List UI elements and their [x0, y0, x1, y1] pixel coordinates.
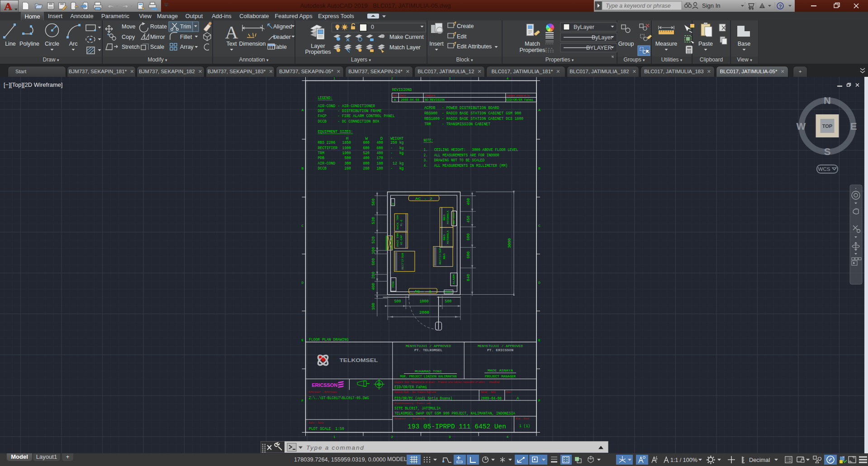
svg-text:Move: Move [122, 24, 136, 30]
svg-text:RBS1800 - RADIO BASE STATION C: RBS1800 - RADIO BASE STATION CABINET DCS… [424, 116, 523, 121]
svg-text:Stretch: Stretch [122, 44, 140, 50]
svg-text:Rev: Rev [393, 94, 398, 97]
svg-text:AC - 1: AC - 1 [414, 289, 432, 293]
svg-text:- kg: - kg [390, 146, 403, 151]
svg-text:Polyline: Polyline [19, 41, 39, 47]
svg-text:FACP - FIRE ALARM CONTROL: FACP - FIRE ALARM CONTROL PANEL [318, 113, 395, 118]
svg-text:MOTOROLA: MOTOROLA [446, 210, 450, 224]
svg-text:500: 500 [394, 299, 401, 304]
svg-text:NOTE:: NOTE: [424, 138, 433, 143]
svg-text:Dokansv/Godk - Doc respons/App: Dokansv/Godk - Doc respons/Approved [394, 391, 436, 394]
svg-text:EQUIPMENT SIZES:: EQUIPMENT SIZES: [318, 129, 353, 134]
svg-text:2009-04-08: 2009-04-08 [401, 98, 419, 102]
svg-text:Mirror: Mirror [150, 34, 165, 40]
svg-text:AIR-COND - AIR-CONDITIONER: AIR-COND - AIR-CONDITIONER [318, 104, 375, 108]
svg-text:EID/OR/EC (Andi Setia Buana): EID/OR/EC (Andi Setia Buana) [394, 396, 452, 401]
svg-text:TRM: TRM [318, 151, 324, 155]
svg-text:A: A [225, 22, 238, 42]
svg-text:Trim: Trim [180, 24, 191, 30]
svg-text:DCCB: DCCB [318, 166, 327, 171]
svg-text:1850: 1850 [342, 140, 351, 145]
svg-text:Checked: Checked [489, 381, 499, 384]
svg-text:Insert: Insert [429, 41, 444, 47]
svg-text:280: 280 [344, 166, 351, 171]
svg-text:RACK TRM: RACK TRM [396, 233, 399, 247]
svg-text:ERICSSON: ERICSSON [312, 382, 337, 388]
svg-text:PLOT SCALE 1:50: PLOT SCALE 1:50 [309, 426, 344, 431]
svg-text:Aligned: Aligned [273, 24, 292, 30]
svg-text:12 kg: 12 kg [390, 161, 403, 166]
svg-text:4: 4 [507, 435, 509, 439]
svg-text:ByLayer: ByLayer [592, 34, 612, 41]
svg-text:ML-E: ML-E [400, 219, 403, 226]
svg-text:RECTIFIER: RECTIFIER [318, 146, 337, 151]
svg-text:600: 600 [466, 251, 471, 259]
svg-text:RECTIFIER: RECTIFIER [439, 248, 442, 264]
svg-text:2. ALL MEASUREMENTS ARE FOR: 2. ALL MEASUREMENTS ARE FOR INDOOR [424, 153, 499, 158]
svg-text:4: 4 [507, 77, 509, 80]
svg-text:Create: Create [457, 23, 474, 29]
svg-text:Dokumentnr. - Document No.: Dokumentnr. - Document No. [394, 417, 426, 420]
svg-text:Match: Match [525, 41, 540, 47]
svg-text:Circle: Circle [45, 41, 59, 47]
svg-text:N: N [824, 95, 831, 106]
svg-text:1000: 1000 [420, 299, 429, 304]
svg-text:PT. TELKOMSEL: PT. TELKOMSEL [414, 348, 443, 352]
svg-text:Sign In: Sign In [702, 2, 720, 9]
svg-text:Leader: Leader [273, 34, 291, 40]
svg-text:RBS900 - RADIO BASE STATION C: RBS900 - RADIO BASE STATION CABINET GSM … [424, 111, 522, 116]
svg-text:Match Layer: Match Layer [389, 44, 421, 51]
svg-text:MENYETUJUI / APPROVED: MENYETUJUI / APPROVED [406, 344, 451, 348]
svg-text:A: A [517, 396, 519, 401]
svg-text:Produktbenämning - Product nam: Produktbenämning - Product name [394, 402, 431, 405]
svg-text:180: 180 [376, 161, 383, 166]
svg-text:REVISIONS: REVISIONS [392, 88, 412, 92]
svg-text:MGR. PROJECT LIAISON KALIMANTA: MGR. PROJECT LIAISON KALIMANTAN [400, 375, 457, 378]
svg-text:3: 3 [449, 435, 451, 439]
svg-text:250 kg: 250 kg [390, 140, 403, 145]
svg-text:HI-CAP: HI-CAP [400, 235, 403, 245]
svg-text:2: 2 [391, 77, 393, 80]
svg-text:D: D [538, 281, 541, 285]
svg-text:500: 500 [344, 155, 351, 160]
svg-text:MUHAMAD TONI: MUHAMAD TONI [415, 369, 442, 373]
svg-text:Z:\..\ST-BLC017\BLC017-05.DWG: Z:\..\ST-BLC017\BLC017-05.DWG [309, 396, 369, 400]
svg-text:400: 400 [376, 151, 383, 155]
svg-text:840: 840 [466, 274, 471, 281]
svg-text:F: F [302, 399, 304, 403]
svg-text:Array: Array [180, 44, 194, 50]
svg-text:RBS: RBS [443, 253, 446, 259]
svg-text:Table: Table [273, 44, 287, 50]
svg-text:RACK TRM: RACK TRM [396, 215, 399, 230]
svg-text:520: 520 [371, 236, 376, 244]
svg-text:Base: Base [738, 41, 751, 47]
svg-text:Measure: Measure [655, 41, 678, 47]
svg-text:Scale - Scale: Scale - Scale [309, 421, 324, 424]
svg-text:460: 460 [466, 198, 471, 205]
svg-text:DCCB - DC CONNECTION BOX: DCCB - DC CONNECTION BOX [318, 119, 379, 124]
svg-text:400: 400 [371, 283, 376, 290]
svg-text:Fillet: Fillet [180, 34, 192, 40]
svg-text:DDF - DISTRIBUTION FRAME: DDF - DISTRIBUTION FRAME [318, 108, 381, 113]
svg-text:Scale: Scale [150, 44, 164, 50]
svg-text:200: 200 [371, 272, 376, 279]
svg-text:4. ALL MEASUREMENTS IN MILLI: 4. ALL MEASUREMENTS IN MILLIMETER (MM) [424, 163, 508, 168]
svg-text:Type a keyword or phrase: Type a keyword or phrase [606, 3, 671, 9]
svg-text:Referenser - References: Referenser - References [308, 391, 337, 394]
svg-text:A: A [394, 98, 396, 102]
svg-text:Group: Group [618, 41, 634, 47]
svg-text:SITE BLC017, JATIMULIA: SITE BLC017, JATIMULIA [394, 406, 441, 411]
svg-text:Blad - Sheet: Blad - Sheet [516, 417, 529, 420]
svg-text:300: 300 [344, 161, 351, 166]
svg-text:100: 100 [376, 166, 383, 171]
svg-text:Rev: Rev [506, 391, 511, 394]
svg-text:RBS: RBS [443, 214, 446, 221]
svg-text:W: W [797, 121, 806, 132]
svg-text:TELKOMSEL: TELKOMSEL [339, 358, 378, 363]
svg-text:520: 520 [363, 151, 370, 155]
svg-text:560: 560 [371, 198, 376, 206]
svg-text:2009-04-08: 2009-04-08 [481, 396, 502, 401]
svg-text:Properties: Properties [305, 49, 331, 55]
svg-text:3000: 3000 [508, 238, 512, 248]
svg-text:3. DRAWING NOT TO BE SCALED: 3. DRAWING NOT TO BE SCALED [424, 158, 485, 163]
